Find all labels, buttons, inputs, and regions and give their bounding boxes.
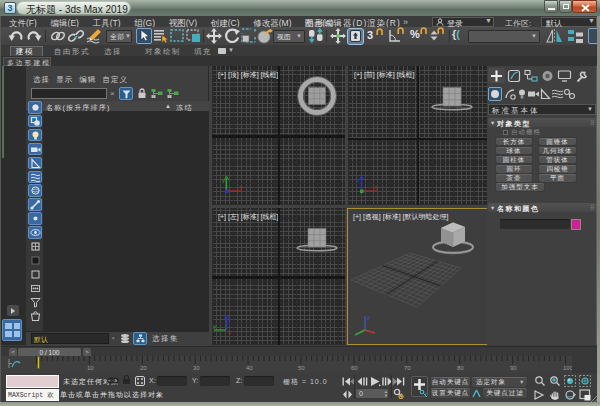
svg-text:y: y	[213, 323, 216, 329]
svg-text:z: z	[367, 315, 370, 321]
svg-text:z: z	[228, 317, 231, 323]
svg-text:z: z	[357, 177, 360, 183]
svg-text:x: x	[239, 184, 242, 190]
svg-text:x: x	[374, 184, 377, 190]
svg-text:y: y	[222, 177, 225, 183]
svg-text:x: x	[228, 329, 231, 334]
